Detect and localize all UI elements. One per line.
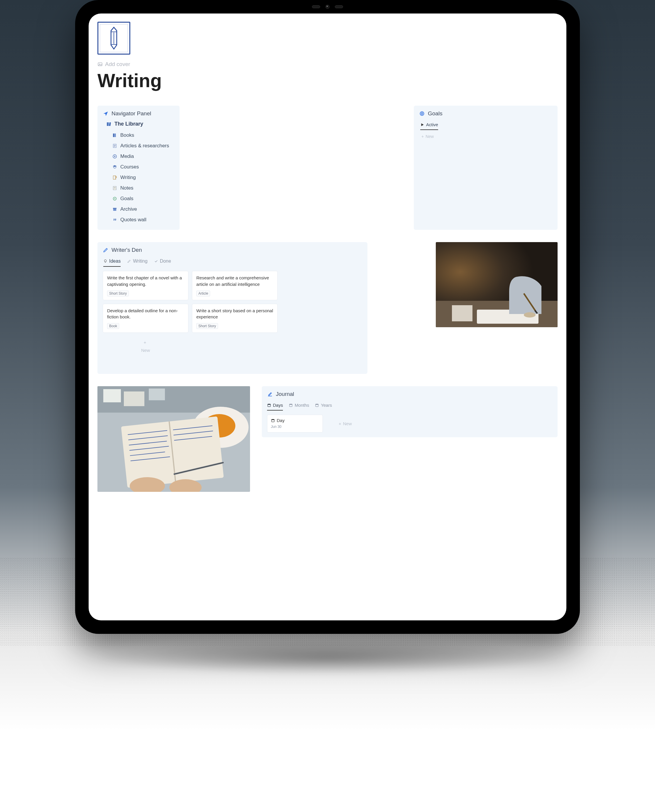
target-icon (419, 111, 425, 117)
svg-rect-36 (103, 389, 121, 402)
sidebar-item-label: Writing (120, 175, 136, 180)
sidebar-item-label: Articles & researchers (120, 143, 169, 149)
navigator-icon (103, 111, 109, 117)
writing-icon (112, 175, 117, 180)
writers-den-title: Writer's Den (112, 247, 142, 253)
page-title: Writing (97, 70, 558, 92)
navigator-panel: Navigator Panel The Library BooksArticle… (97, 106, 180, 230)
tab-active[interactable]: Active (420, 121, 438, 130)
tab-days[interactable]: Days (267, 401, 283, 411)
page-icon-pencil[interactable] (97, 22, 130, 55)
svg-point-33 (524, 312, 535, 318)
tab-writing[interactable]: Writing (127, 257, 148, 267)
media-icon (112, 154, 117, 159)
goals-icon (112, 196, 117, 201)
idea-card[interactable]: Develop a detailed outline for a non-fic… (103, 304, 188, 333)
sidebar-item-media[interactable]: Media (112, 151, 174, 162)
idea-card[interactable]: Write a short story based on a personal … (192, 304, 278, 333)
sidebar-item-archive[interactable]: Archive (112, 204, 174, 215)
card-tag: Article (196, 291, 210, 297)
sidebar-item-articles-researchers[interactable]: Articles & researchers (112, 141, 174, 151)
tab-years[interactable]: Years (315, 401, 332, 411)
writers-den-panel: Writer's Den IdeasWritingDone Write the … (97, 242, 367, 374)
app-screen: Add cover Writing Navigator Panel The Li… (89, 14, 566, 620)
sidebar-item-label: Archive (120, 206, 137, 212)
device-notch (312, 5, 343, 9)
calendar-day-icon (271, 418, 275, 423)
edit-icon (267, 391, 273, 397)
svg-rect-23 (113, 208, 117, 209)
card-title: Write a short story based on a personal … (196, 308, 273, 320)
goals-new[interactable]: +New (421, 134, 552, 139)
add-cover-button[interactable]: Add cover (97, 61, 558, 68)
svg-rect-63 (271, 419, 274, 420)
sidebar-item-label: Goals (120, 196, 133, 201)
svg-rect-8 (109, 122, 111, 126)
quotes-icon (112, 217, 117, 223)
sidebar-item-label: Books (120, 132, 134, 138)
tablet-frame: Add cover Writing Navigator Panel The Li… (75, 0, 580, 634)
card-tag: Short Story (107, 291, 129, 297)
svg-rect-10 (114, 134, 116, 137)
svg-point-27 (422, 113, 423, 114)
articles-icon (112, 143, 117, 149)
svg-rect-6 (107, 122, 108, 126)
tab-done[interactable]: Done (154, 257, 171, 267)
sidebar-item-label: Quotes wall (120, 217, 146, 223)
books-icon (112, 133, 117, 138)
journal-card-day[interactable]: Day Jun 30 (267, 415, 323, 432)
card-title: Develop a detailed outline for a non-fic… (107, 308, 184, 320)
goals-panel: Goals Active +New (414, 106, 558, 230)
svg-rect-57 (268, 404, 270, 404)
play-icon (420, 123, 424, 127)
image-writing-desk (436, 242, 558, 327)
svg-point-22 (114, 198, 115, 199)
sidebar-item-courses[interactable]: Courses (112, 162, 174, 172)
tab-ideas[interactable]: Ideas (103, 257, 121, 267)
card-tag: Short Story (196, 323, 218, 329)
image-icon (97, 62, 103, 67)
image-notebook-tea (97, 386, 250, 492)
library-toggle[interactable]: The Library (106, 121, 174, 127)
card-title: Write the first chapter of a novel with … (107, 275, 184, 288)
svg-rect-16 (113, 176, 116, 179)
idea-card[interactable]: Research and write a comprehensive artic… (192, 271, 278, 300)
goals-title: Goals (428, 110, 443, 117)
sidebar-item-books[interactable]: Books (112, 130, 174, 141)
journal-new[interactable]: +New (327, 415, 352, 432)
idea-card-new[interactable]: + New (103, 336, 188, 356)
svg-rect-24 (113, 209, 117, 211)
svg-rect-61 (316, 404, 318, 404)
card-title: Research and write a comprehensive artic… (196, 275, 273, 288)
card-tag: Book (107, 323, 119, 329)
svg-rect-37 (124, 392, 145, 406)
idea-card[interactable]: Write the first chapter of a novel with … (103, 271, 188, 300)
navigator-title: Navigator Panel (112, 110, 151, 117)
goals-tab-label: Active (426, 122, 438, 127)
sidebar-item-quotes-wall[interactable]: Quotes wall (112, 215, 174, 225)
tab-months[interactable]: Months (289, 401, 309, 411)
journal-card-date: Jun 30 (271, 424, 319, 429)
pen-icon (103, 247, 109, 253)
journal-card-title: Day (277, 418, 284, 423)
journal-panel: Journal DaysMonthsYears Day Jun 30 +New (262, 386, 558, 437)
sidebar-item-writing[interactable]: Writing (112, 172, 174, 183)
sidebar-item-goals[interactable]: Goals (112, 194, 174, 204)
svg-rect-38 (149, 389, 165, 400)
sidebar-item-label: Media (120, 154, 134, 159)
sidebar-item-label: Courses (120, 164, 139, 170)
library-icon (106, 121, 112, 127)
svg-marker-0 (111, 27, 117, 49)
journal-title: Journal (276, 391, 294, 397)
courses-icon (112, 165, 117, 170)
svg-rect-9 (113, 134, 114, 137)
sidebar-item-notes[interactable]: Notes (112, 183, 174, 194)
sidebar-item-label: Notes (120, 185, 133, 191)
notes-icon (112, 186, 117, 191)
archive-icon (112, 207, 117, 212)
library-label: The Library (114, 121, 143, 127)
svg-rect-31 (452, 305, 472, 321)
svg-rect-59 (290, 404, 292, 404)
svg-rect-7 (108, 122, 109, 126)
add-cover-label: Add cover (105, 61, 130, 68)
